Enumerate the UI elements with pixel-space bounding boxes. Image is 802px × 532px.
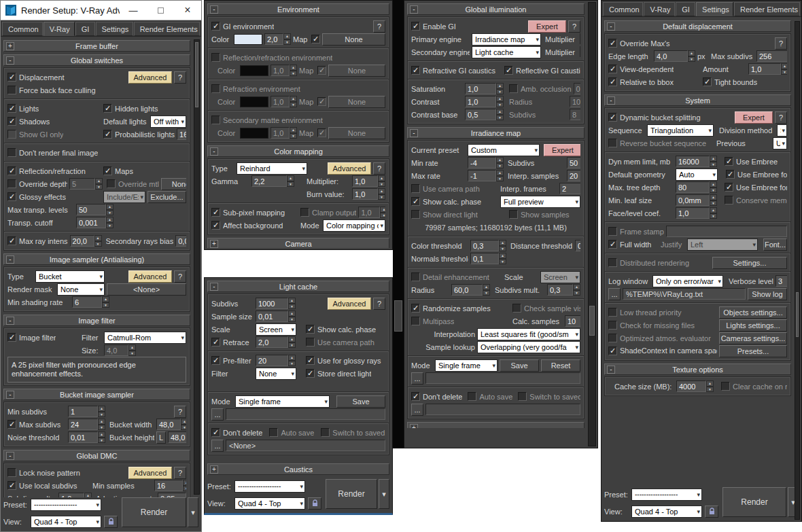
clear-cache-on-render-end-checkbox[interactable]: Clear cache on render end (721, 382, 787, 391)
tab-gi[interactable]: GI (75, 22, 95, 36)
refractive-gi-caustics-checkbox[interactable]: Refractive GI caustics (411, 66, 502, 75)
checkbox-box[interactable] (468, 392, 476, 401)
spinner-up-icon[interactable]: ▲ (496, 109, 504, 115)
checkbox-box[interactable] (107, 179, 116, 188)
spinner-up-icon[interactable]: ▲ (98, 406, 105, 412)
spinner[interactable]: ▲▼ (380, 207, 385, 218)
pre-filter-field[interactable]: 20▲▼ (256, 355, 296, 366)
override-max-s-checkbox[interactable]: Override Max's (608, 39, 670, 48)
checkbox-box[interactable] (411, 272, 420, 281)
matte-environment-multiplier-field[interactable]: 1,0▲▼ (271, 127, 297, 139)
checkbox-box[interactable] (411, 317, 420, 325)
checkbox-box[interactable] (608, 321, 617, 330)
spinner-down-icon[interactable]: ▼ (688, 56, 695, 63)
field-value[interactable]: 60,0 (451, 284, 483, 296)
override-depth-field[interactable]: 5▲▼ (69, 178, 103, 190)
previous-select[interactable]: Unchange▾ (773, 137, 787, 149)
rollout-header-light-cache[interactable]: -Light cache (207, 281, 389, 292)
spinner-up-icon[interactable]: ▲ (496, 83, 504, 89)
advanced-button[interactable]: Advanced (128, 467, 172, 479)
spinner-down-icon[interactable]: ▼ (573, 290, 580, 296)
render-mask-select[interactable]: None▾ (57, 283, 105, 296)
checkbox-box[interactable] (509, 210, 518, 219)
expand-icon[interactable]: + (410, 424, 418, 428)
render-button[interactable]: Render (722, 487, 786, 517)
spinner[interactable]: ▲▼ (496, 157, 504, 169)
secondary-multiplier-field[interactable]: 1,0▲▼ (580, 46, 580, 58)
field-value[interactable]: 0,1 (470, 253, 499, 264)
filter-select[interactable]: Catmull-Rom▾ (104, 332, 186, 344)
expand-icon[interactable]: + (6, 42, 14, 50)
lock-viewport-button[interactable] (308, 497, 321, 510)
lock-viewport-button[interactable] (705, 506, 718, 518)
field-value[interactable]: 8 (570, 109, 580, 120)
spinner-down-icon[interactable]: ▼ (95, 184, 103, 190)
retrace-checkbox[interactable]: Retrace (211, 338, 254, 347)
collapse-icon[interactable]: - (210, 147, 218, 156)
checkbox-box[interactable] (7, 192, 16, 201)
spinner[interactable]: ▲▼ (288, 298, 296, 309)
settings-button[interactable]: Settings... (712, 257, 787, 269)
refraction-environment-multiplier-field[interactable]: 1,0▲▼ (271, 96, 297, 107)
reflection-refraction-environment-checkbox[interactable]: Reflection/refraction environment (211, 53, 332, 62)
subdivs-mult-field[interactable]: 0,3▲▼ (547, 284, 580, 296)
field-value[interactable]: -4 (468, 157, 496, 169)
full-width-checkbox[interactable]: Full width (608, 240, 659, 249)
checkbox-box[interactable] (306, 356, 315, 365)
field-value[interactable]: 1 (68, 406, 98, 417)
help-button[interactable]: ? (174, 467, 186, 479)
mode-select[interactable]: Single frame▾ (235, 395, 330, 408)
spinner-down-icon[interactable]: ▼ (283, 39, 291, 46)
spinner-down-icon[interactable]: ▼ (290, 71, 297, 77)
dynamic-bucket-splitting-checkbox[interactable]: Dynamic bucket splitting (608, 113, 701, 122)
render-button[interactable]: Render (326, 479, 377, 509)
irradiance-map-path-field[interactable] (425, 372, 580, 384)
checkbox-box[interactable] (7, 86, 16, 94)
collapse-icon[interactable]: - (210, 5, 218, 14)
vertical-scrollbar[interactable] (588, 2, 596, 446)
help-button[interactable]: ? (775, 37, 787, 50)
use-local-subdivs-checkbox[interactable]: Use local subdivs (7, 481, 90, 490)
spinner[interactable]: ▲▼ (98, 431, 105, 443)
radius-field[interactable]: 10,0mm▲▼ (570, 96, 580, 107)
low-thread-priority-checkbox[interactable]: Low thread priority (608, 308, 717, 317)
expand-icon[interactable]: + (210, 240, 218, 248)
checkbox-box[interactable] (211, 116, 220, 124)
browse-button[interactable]: ... (411, 372, 423, 385)
spinner-up-icon[interactable]: ▲ (183, 480, 186, 486)
spinner-up-icon[interactable]: ▲ (290, 96, 297, 102)
spinner[interactable]: ▲▼ (94, 235, 102, 247)
reflection-environment-multiplier-field[interactable]: 1,0▲▼ (271, 65, 297, 76)
field-value[interactable]: 4,0 (654, 50, 688, 62)
max-subdivs-field[interactable]: 256▲▼ (756, 50, 787, 62)
field-value[interactable]: 1,0 (580, 33, 580, 45)
field-value[interactable]: 1,0 (748, 63, 781, 75)
spinner-up-icon[interactable]: ▲ (499, 240, 506, 246)
type-select[interactable]: Bucket▾ (35, 270, 105, 283)
refraction-environment-checkbox[interactable]: Refraction environment (211, 84, 300, 93)
checkbox-box[interactable] (725, 196, 733, 205)
checkbox-box[interactable] (703, 77, 712, 86)
spinner[interactable]: ▲▼ (710, 181, 717, 193)
spinner[interactable]: ▲▼ (496, 83, 504, 94)
min-subdivs-field[interactable]: 1▲▼ (68, 406, 105, 417)
render-menu-button[interactable]: ▾ (188, 497, 198, 527)
spinner-down-icon[interactable]: ▼ (496, 89, 504, 95)
randomize-samples-checkbox[interactable]: Randomize samples (411, 304, 510, 313)
tab-gi[interactable]: GI (676, 2, 695, 16)
checkbox-box[interactable] (7, 104, 16, 113)
checkbox-box[interactable] (306, 369, 315, 378)
use-camera-path-checkbox[interactable]: Use camera path (411, 184, 498, 193)
checkbox-box[interactable] (411, 184, 420, 193)
checkbox-box[interactable] (411, 392, 420, 401)
tab-render-elements[interactable]: Render Elements (734, 2, 800, 16)
field-value[interactable]: 20 (256, 355, 288, 366)
field-value[interactable]: -1 (468, 170, 496, 181)
field-value[interactable]: 80 (676, 181, 710, 193)
rollout-header-partial[interactable]: + (407, 422, 585, 428)
use-for-glossy-rays-checkbox[interactable]: Use for glossy rays (306, 356, 381, 365)
interpolation-select[interactable]: Least squares fit (good/sm▾ (477, 328, 580, 340)
spinner[interactable]: ▲▼ (496, 170, 504, 181)
current-preset-select[interactable]: Custom▾ (468, 144, 540, 156)
save-button[interactable]: Save (336, 395, 385, 408)
